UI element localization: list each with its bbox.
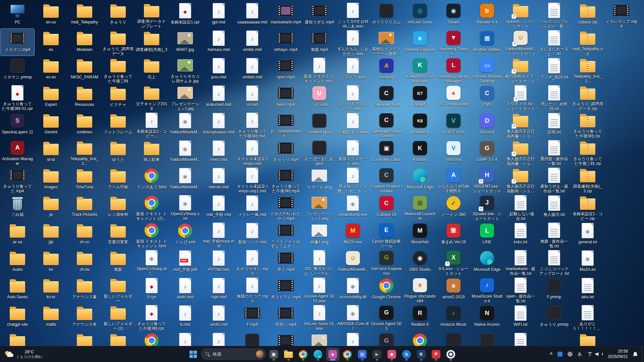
desktop-icon[interactable]: ♪バスドラ.wav: [336, 56, 370, 83]
desktop-icon[interactable]: ♪jusu.mid: [202, 56, 235, 83]
desktop-icon[interactable]: ♪タイトル未設定.tempo.mid: [235, 139, 269, 166]
desktop-icon[interactable]: midi_Telepathy.zip: [571, 29, 604, 56]
desktop-icon[interactable]: F.mp4: [235, 304, 269, 330]
desktop-icon[interactable]: ラベル印刷: [101, 166, 135, 193]
ime-indicator[interactable]: あ: [575, 348, 584, 361]
desktop-icon[interactable]: NKSC_PARAM: [68, 56, 101, 83]
desktop-icon[interactable]: 調査用データテンプレート: [135, 1, 168, 28]
desktop-icon[interactable]: K7Kontakt 7: [403, 84, 437, 111]
desktop-icon[interactable]: ♪ずんだもん_しおかぜふ.wav: [336, 29, 370, 56]
desktop-icon[interactable]: manisekarin - 親作品一覧.txt: [504, 249, 537, 276]
desktop-icon[interactable]: akis.txt: [571, 276, 604, 303]
desktop-icon[interactable]: NNative Access: [470, 304, 504, 330]
desktop-icon[interactable]: ◆9.cpr: [135, 276, 168, 303]
taskbar-app-blue-circle-app[interactable]: b: [400, 348, 413, 361]
desktop-icon[interactable]: ↗syasinn - ショートカット: [504, 1, 537, 28]
desktop-icon[interactable]: Google Chrome: [370, 276, 403, 303]
desktop-icon[interactable]: 井上ドラム.mp4: [269, 276, 303, 303]
desktop-icon[interactable]: 新規 テキスト ドキュメント (2).html: [135, 194, 168, 221]
desktop-icon[interactable]: ohhayo-.mp4: [269, 29, 303, 56]
taskbar-app-dark-terminal-app[interactable]: ▶: [370, 348, 384, 361]
desktop-icon[interactable]: ♪mid_学校muse.mid: [202, 221, 235, 248]
desktop-icon[interactable]: 通知うぜえ.mp4: [303, 1, 336, 28]
desktop-icon[interactable]: ごみ箱: [1, 194, 34, 221]
desktop-icon[interactable]: MMuseHub: [403, 221, 437, 248]
desktop-icon[interactable]: きゅうり食ってた午後3時.mp4: [269, 166, 303, 193]
desktop-icon[interactable]: ◆名称未設定1.cpr: [168, 1, 202, 28]
desktop-icon[interactable]: ↗万引きメモ.txt - ショートカット: [504, 84, 537, 111]
start-button[interactable]: [186, 348, 200, 361]
desktop-icon[interactable]: 無題.mp4: [303, 29, 336, 56]
desktop-icon[interactable]: まにまにわーると！.txt: [537, 29, 571, 56]
weather-widget[interactable]: 28°C くもりのち晴れ: [1, 348, 46, 361]
desktop-icon[interactable]: Audio: [1, 249, 34, 276]
desktop-icon[interactable]: ♪aorin.mid: [168, 276, 202, 303]
desktop-icon[interactable]: きゅうり食ってた.mp4: [1, 166, 34, 193]
desktop-icon[interactable]: アナウンス夏: [68, 276, 101, 303]
desktop-icon[interactable]: 名称未設定1 - コピー.zip: [571, 194, 604, 221]
desktop-icon[interactable]: ∗OpenCvSharp.xml: [168, 194, 202, 221]
desktop-icon[interactable]: Resources: [68, 84, 101, 111]
desktop-icon[interactable]: VVOICEVOX: [437, 111, 470, 138]
desktop-icon[interactable]: LLINE: [470, 221, 504, 248]
tray-overflow-button[interactable]: ^: [547, 348, 555, 361]
taskbar-app-pinned-window-app[interactable]: ▣: [267, 348, 280, 361]
desktop-icon[interactable]: ♪メドレー風.mid: [235, 194, 269, 221]
desktop-icon[interactable]: ♪新規エクスポート.wav: [336, 139, 370, 166]
desktop-icon[interactable]: ♪rajio.mid: [202, 276, 235, 303]
desktop-icon[interactable]: ♪新規ソング.mid: [235, 221, 269, 248]
desktop-icon[interactable]: ピクチャ: [101, 84, 135, 111]
desktop-icon[interactable]: ↗無人販売不正行為画像 - ショートカット: [504, 139, 537, 166]
desktop-icon[interactable]: ♪名称未設定1 - コピー...: [135, 111, 168, 138]
desktop-icon[interactable]: ♪小銭詰まり.wav: [336, 111, 370, 138]
desktop-icon[interactable]: ∗AWSSDK.Core.dll: [336, 304, 370, 330]
desktop-icon[interactable]: ニコニコバックアップロード.txt: [537, 249, 571, 276]
desktop-icon[interactable]: 井上.mp4: [269, 249, 303, 276]
desktop-icon[interactable]: [269, 331, 303, 346]
desktop-icon[interactable]: ▲VLC media player: [437, 84, 470, 111]
desktop-icon[interactable]: EEpson 接続診断ツール: [370, 221, 403, 248]
desktop-icon[interactable]: ko: [34, 249, 68, 276]
desktop-icon[interactable]: ♪新規 テキスト ドキュメント.musicxml: [303, 56, 336, 83]
desktop-icon[interactable]: だれだFXいれたやつ.mp4: [269, 194, 303, 221]
desktop-icon[interactable]: ♪kiokumed.mid: [202, 84, 235, 111]
desktop-icon[interactable]: _起動しない場合.txt: [504, 194, 537, 221]
desktop-icon[interactable]: ◎HALion Sonic: [403, 1, 437, 28]
desktop-icon[interactable]: 無題 - 親作品一覧.txt: [537, 221, 571, 248]
desktop-icon[interactable]: G: [370, 331, 403, 346]
desktop-icon[interactable]: きゅうり_調声用データ.zip: [571, 84, 604, 111]
desktop-icon[interactable]: GGroove Agent SE 5: [370, 304, 403, 330]
taskbar-app-rose-app[interactable]: ◆: [385, 348, 398, 361]
desktop-icon[interactable]: Microsoft Edge: [470, 249, 504, 276]
desktop-icon[interactable]: ↗無人販売不正行為動画 - ショートカット: [504, 166, 537, 193]
desktop-icon[interactable]: CCakewalk Product Center: [370, 111, 403, 138]
desktop-icon[interactable]: Export: [34, 84, 68, 111]
taskbar-app-file-explorer[interactable]: [282, 348, 295, 361]
desktop-icon[interactable]: en-us: [34, 1, 68, 28]
desktop-icon[interactable]: es-es: [34, 56, 68, 83]
desktop-icon[interactable]: ▦Minecraft Launcher: [403, 194, 437, 221]
taskbar-search[interactable]: 検索: [201, 349, 266, 360]
desktop-icon[interactable]: アナウンス冬: [68, 304, 101, 330]
desktop-icon[interactable]: イカレマニア.mp4: [604, 1, 638, 28]
clock[interactable]: 20:58 2025/09/21: [605, 348, 630, 361]
desktop-icon[interactable]: くらび.xml: [168, 221, 202, 248]
taskbar-app-pink-media-app[interactable]: ◈: [326, 348, 339, 361]
desktop-icon[interactable]: 通知うぜえ - 親作品一覧.txt: [537, 166, 571, 193]
desktop-icon[interactable]: 羽尻へ.mp4: [269, 304, 303, 330]
desktop-icon[interactable]: X↗9.5.xlsx - ショートカット: [437, 249, 470, 276]
desktop-icon[interactable]: ♪こってるhすおfdsbぶあ.wav: [336, 1, 370, 28]
desktop-icon[interactable]: ♪sirofo.mid: [202, 304, 235, 330]
desktop-icon[interactable]: ♪hamusu.mid: [202, 29, 235, 56]
desktop-icon[interactable]: ♪無題のスコア.mp3: [235, 276, 269, 303]
desktop-icon[interactable]: ♪: [168, 331, 202, 346]
desktop-icon[interactable]: ∗MoZA.ini: [571, 249, 604, 276]
desktop-icon[interactable]: ラジオ_歌詞.txt: [537, 56, 571, 83]
desktop-icon[interactable]: ゆうと: [101, 139, 135, 166]
desktop-icon[interactable]: ♪001_東北きりたん（ノーマル）_今じゃ...: [303, 249, 336, 276]
desktop-icon[interactable]: ♪xl.mid: [235, 84, 269, 111]
desktop-icon[interactable]: ♪PVTNd.mid: [202, 249, 235, 276]
desktop-icon[interactable]: ↗家の防犯カメラ - ショートカット: [504, 56, 537, 83]
desktop-icon[interactable]: プレゼンテーション1.jpg: [168, 84, 202, 111]
desktop-icon[interactable]: 父子キャンプ2018: [135, 84, 168, 111]
